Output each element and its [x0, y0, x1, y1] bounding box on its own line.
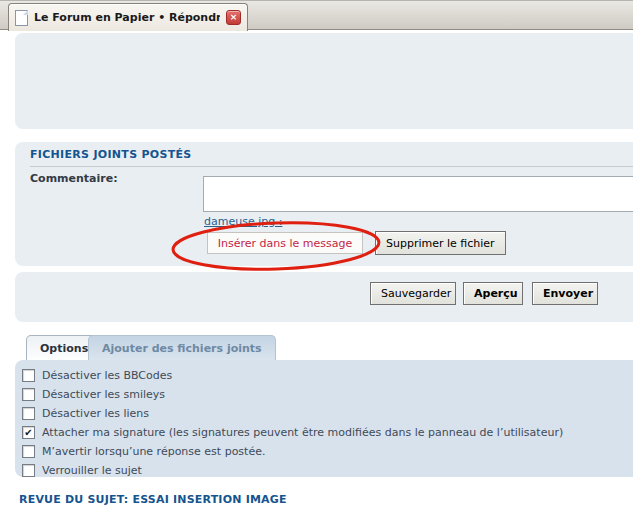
option-label: M’avertir lorsqu’une réponse est postée. — [42, 445, 265, 458]
posted-attachments-panel: FICHIERS JOINTS POSTÉS Commentaire: dame… — [15, 142, 633, 266]
post-form-panel — [15, 33, 633, 129]
section-divider — [30, 166, 633, 167]
checkbox-disable-bbcodes[interactable] — [22, 369, 35, 382]
comment-input[interactable] — [203, 176, 633, 212]
option-row: Désactiver les smileys — [22, 385, 633, 404]
browser-tab[interactable]: Le Forum en Papier • Répondre × — [8, 3, 248, 31]
browser-tab-title: Le Forum en Papier • Répondre — [34, 11, 220, 24]
comment-label: Commentaire: — [30, 172, 118, 185]
attachment-file-link[interactable]: dameuse.jpg : — [204, 215, 282, 228]
checkbox-disable-links[interactable] — [22, 407, 35, 420]
delete-file-button[interactable]: Supprimer le fichier — [375, 231, 506, 255]
option-row: M’avertir lorsqu’une réponse est postée. — [22, 442, 633, 461]
options-panel: Désactiver les BBCodes Désactiver les sm… — [15, 360, 633, 477]
option-row: Désactiver les BBCodes — [22, 366, 633, 385]
section-title: FICHIERS JOINTS POSTÉS — [30, 148, 192, 161]
close-icon[interactable]: × — [226, 10, 241, 25]
option-row: Verrouiller le sujet — [22, 461, 633, 480]
save-button[interactable]: Sauvegarder — [370, 282, 456, 305]
option-row: ✔ Attacher ma signature (les signatures … — [22, 423, 633, 442]
option-label: Attacher ma signature (les signatures pe… — [42, 426, 563, 439]
option-label: Désactiver les liens — [42, 407, 149, 420]
page-icon — [15, 10, 28, 26]
checkbox-disable-smilies[interactable] — [22, 388, 35, 401]
tab-add-attachments[interactable]: Ajouter des fichiers joints — [88, 335, 276, 360]
checkbox-lock-topic[interactable] — [22, 464, 35, 477]
preview-button[interactable]: Aperçu — [463, 282, 523, 305]
browser-tab-strip: Le Forum en Papier • Répondre × — [0, 0, 633, 30]
option-row: Désactiver les liens — [22, 404, 633, 423]
topic-review-link[interactable]: REVUE DU SUJET: ESSAI INSERTION IMAGE — [19, 493, 287, 506]
submit-button[interactable]: Envoyer — [532, 282, 598, 305]
option-label: Verrouiller le sujet — [42, 464, 142, 477]
checkbox-attach-signature[interactable]: ✔ — [22, 426, 35, 439]
option-label: Désactiver les BBCodes — [42, 369, 172, 382]
checkbox-notify-reply[interactable] — [22, 445, 35, 458]
submit-buttons-panel: Sauvegarder Aperçu Envoyer — [15, 272, 633, 322]
option-label: Désactiver les smileys — [42, 388, 165, 401]
insert-in-message-button[interactable]: Insérer dans le message — [207, 232, 363, 254]
